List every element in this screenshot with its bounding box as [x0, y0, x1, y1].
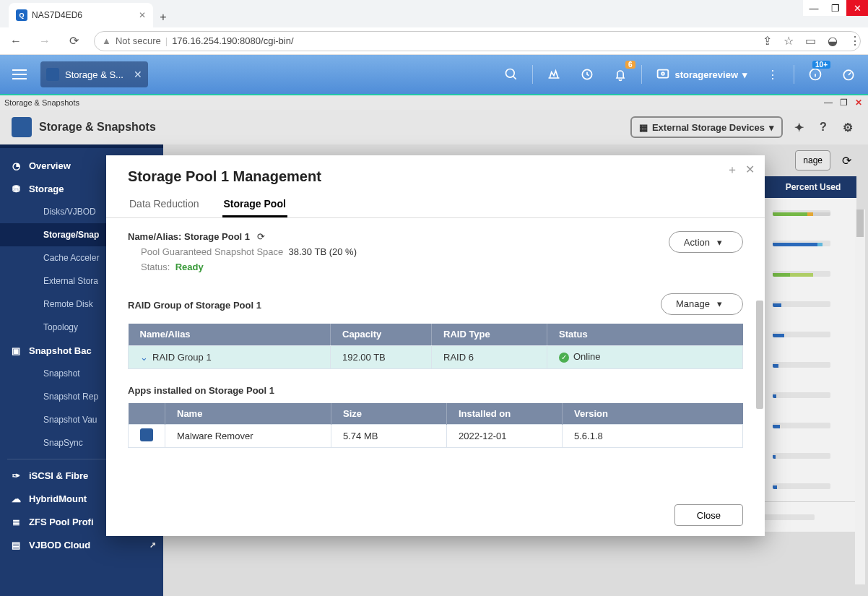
server-icon: ▤	[10, 539, 22, 550]
browser-tab[interactable]: Q NAS7D4ED6 ✕	[9, 3, 153, 27]
app-item-icon	[140, 428, 153, 441]
app-logo-icon	[12, 117, 32, 137]
close-button[interactable]: Close	[674, 504, 743, 526]
app-row[interactable]: Malware Remover 5.74 MB 2022-12-01 5.6.1…	[129, 425, 743, 448]
chevron-down-icon: ▾	[717, 298, 722, 309]
back-button[interactable]: ←	[7, 33, 25, 50]
bookmark-icon[interactable]: ☆	[784, 34, 794, 48]
app-icon	[46, 68, 59, 81]
snapshot-space-value: 38.30 TB (20 %)	[289, 246, 357, 257]
sidebar-label: Snapshot Bac	[29, 345, 92, 356]
search-icon[interactable]	[499, 62, 524, 87]
window-max-icon[interactable]: ❐	[825, 0, 846, 16]
raid-manage-button[interactable]: Manage▾	[661, 293, 743, 315]
sidebar-label: Disks/VJBOD	[43, 207, 96, 217]
sidebar-label: Snapshot	[43, 368, 80, 379]
col-status[interactable]: Status	[547, 324, 743, 345]
forward-button[interactable]: →	[36, 33, 53, 50]
modal-expand-icon[interactable]: ＋	[726, 163, 738, 178]
chevron-down-icon[interactable]: ⌄	[140, 352, 148, 363]
sidebar-label: HybridMount	[29, 493, 87, 504]
app-version: 5.6.1.8	[563, 425, 743, 448]
user-menu[interactable]: storagereview ▾	[651, 66, 752, 82]
main-scrollbar-track[interactable]	[855, 210, 865, 584]
profile-icon[interactable]: ◒	[828, 34, 838, 48]
app-window-max-icon[interactable]: ❐	[838, 98, 849, 108]
apps-table: Name Size Installed on Version Malware R…	[128, 403, 743, 449]
chevron-down-icon: ▾	[742, 69, 747, 80]
raid-table: Name/Alias Capacity RAID Type Status ⌄RA…	[128, 324, 743, 369]
more-icon[interactable]: ⋮	[760, 62, 785, 87]
col-name[interactable]: Name/Alias	[129, 324, 331, 345]
window-close-icon[interactable]: ✕	[846, 0, 868, 16]
menu-toggle-button[interactable]	[7, 62, 32, 87]
modal-close-icon[interactable]: ✕	[745, 163, 755, 178]
tools-icon[interactable]: ✦	[790, 118, 807, 136]
app-title: Storage & Snapshots	[39, 121, 156, 134]
sidebar-label: Snapshot Rep	[43, 392, 98, 402]
info-badge: 10+	[812, 61, 830, 69]
tab-close-icon[interactable]: ✕	[139, 10, 146, 20]
tab-storage-pool[interactable]: Storage Pool	[222, 192, 287, 217]
window-min-icon[interactable]: —	[803, 0, 825, 16]
storage-icon: ⛃	[10, 183, 22, 194]
chain-icon: ✑	[10, 470, 22, 481]
help-icon[interactable]: ?	[815, 118, 832, 136]
external-storage-label: External Storage Devices	[652, 122, 765, 133]
app-name: Malware Remover	[165, 425, 331, 448]
col-app-installed[interactable]: Installed on	[447, 403, 563, 425]
tab-data-reduction[interactable]: Data Reduction	[128, 192, 201, 217]
sidebar-label: Cache Acceler	[43, 253, 99, 263]
apps-section-title: Apps installed on Storage Pool 1	[128, 385, 743, 396]
backup-icon[interactable]	[575, 62, 599, 87]
share-icon[interactable]: ⇪	[763, 34, 772, 48]
raid-capacity: 192.00 TB	[331, 345, 432, 368]
reload-button[interactable]: ⟳	[65, 33, 82, 50]
gauge-icon: ◔	[10, 160, 22, 171]
sidebar-label: Remote Disk	[43, 299, 93, 309]
username: storagereview	[675, 69, 738, 80]
panel-icon[interactable]: ▭	[805, 34, 816, 48]
drive-icon: ▦	[639, 122, 648, 133]
main-scrollbar-thumb[interactable]	[856, 210, 864, 237]
col-raid-type[interactable]: RAID Type	[432, 324, 547, 345]
app-window-close-icon[interactable]: ✕	[854, 98, 864, 108]
modal-scrollbar[interactable]	[756, 301, 763, 409]
settings-icon[interactable]: ⚙	[839, 118, 856, 136]
sidebar-label: External Stora	[43, 276, 98, 286]
raid-section-title: RAID Group of Storage Pool 1	[128, 300, 261, 311]
new-tab-button[interactable]: +	[153, 7, 173, 27]
chevron-down-icon: ▾	[769, 122, 774, 133]
app-window-min-icon[interactable]: —	[823, 98, 834, 108]
sidebar-label: VJBOD Cloud	[29, 540, 90, 550]
sidebar-label: Overview	[29, 160, 71, 171]
url-text: 176.16.254.190:8080/cgi-bin/	[172, 35, 293, 46]
col-capacity[interactable]: Capacity	[331, 324, 432, 345]
svg-point-0	[505, 69, 514, 78]
storage-pool-modal: Storage Pool 1 Management ＋ ✕ Data Reduc…	[106, 155, 765, 536]
info-icon[interactable]: 10+	[803, 62, 828, 87]
raid-row[interactable]: ⌄RAID Group 1 192.00 TB RAID 6 ✓Online	[129, 345, 743, 368]
col-app-name[interactable]: Name	[165, 403, 331, 425]
app-installed: 2022-12-01	[447, 425, 563, 448]
status-value: Ready	[175, 262, 204, 272]
sidebar-label: Snapshot Vau	[43, 415, 97, 425]
col-app-version[interactable]: Version	[563, 403, 743, 425]
security-label: Not secure	[116, 35, 161, 46]
dashboard-icon[interactable]	[836, 62, 861, 87]
app-tab-storage[interactable]: Storage & S... ✕	[40, 61, 148, 87]
sidebar-label: iSCSI & Fibre	[29, 470, 88, 481]
button-label: Manage	[676, 298, 710, 309]
app-size: 5.74 MB	[331, 425, 447, 448]
app-tab-close-icon[interactable]: ✕	[134, 69, 142, 80]
raid-status: Online	[573, 351, 601, 362]
volume-icon[interactable]	[542, 62, 566, 87]
refresh-pool-icon[interactable]: ⟳	[257, 231, 265, 242]
sidebar-item-vjbod[interactable]: ▤VJBOD Cloud	[0, 533, 163, 556]
action-button[interactable]: Action▾	[669, 231, 743, 253]
menu-icon[interactable]: ⋮	[849, 34, 861, 48]
col-app-size[interactable]: Size	[331, 403, 447, 425]
external-storage-button[interactable]: ▦ External Storage Devices ▾	[630, 116, 783, 138]
notification-icon[interactable]: 6	[608, 62, 633, 87]
address-bar[interactable]: ▲ Not secure | 176.16.254.190:8080/cgi-b…	[94, 31, 861, 51]
